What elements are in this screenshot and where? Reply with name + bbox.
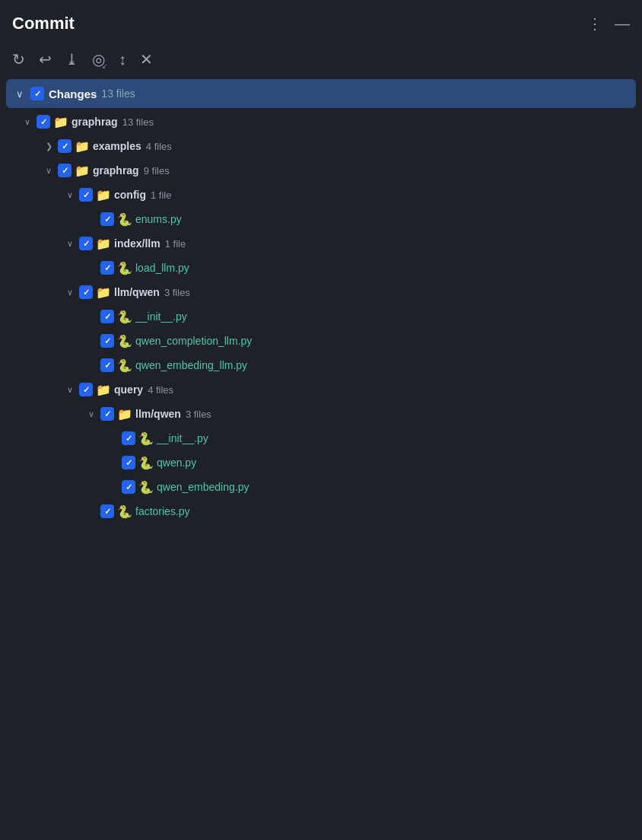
checkbox-llm-qwen[interactable]	[79, 285, 93, 299]
checkbox-load-llm[interactable]	[100, 261, 114, 275]
folder-icon-query-llm-qwen: 📁	[117, 406, 132, 422]
checkbox-init-llm[interactable]	[100, 310, 114, 323]
file-init-py-llm[interactable]: ❯ 🐍 __init__.py	[6, 304, 636, 329]
file-qwen-py[interactable]: ❯ 🐍 qwen.py	[6, 450, 636, 475]
file-qwen-embeding-llm-py[interactable]: ❯ 🐍 qwen_embeding_llm.py	[6, 353, 636, 377]
checkbox-query-llm-qwen[interactable]	[100, 407, 114, 421]
chevron-graphrag-sub: ∨	[43, 164, 55, 177]
file-qwen-embeding-py[interactable]: ❯ 🐍 qwen_embeding.py	[6, 475, 636, 499]
folder-query[interactable]: ∨ 📁 query 4 files	[6, 377, 636, 402]
checkbox-examples[interactable]	[58, 139, 72, 153]
folder-icon-graphrag-sub: 📁	[75, 163, 90, 178]
folder-query-llm-qwen[interactable]: ∨ 📁 llm/qwen 3 files	[6, 402, 636, 426]
checkbox-init-query[interactable]	[122, 431, 135, 445]
folder-count-llm-qwen: 3 files	[164, 287, 190, 298]
checkbox-factories[interactable]	[100, 504, 114, 518]
title-bar-actions: ⋮ —	[587, 14, 630, 33]
chevron-examples: ❯	[43, 140, 55, 152]
changes-count: 13 files	[101, 88, 135, 100]
folder-graphrag-root[interactable]: ∨ 📁 graphrag 13 files	[6, 110, 636, 134]
undo-icon[interactable]: ↩	[39, 50, 52, 68]
folder-count-query: 4 files	[148, 384, 173, 396]
checkbox-index-llm[interactable]	[79, 237, 93, 250]
folder-index-llm[interactable]: ∨ 📁 index/llm 1 file	[6, 231, 636, 256]
chevron-graphrag-root: ∨	[21, 116, 33, 128]
title-bar: Commit ⋮ —	[0, 0, 642, 44]
folder-name-graphrag-root: graphrag	[72, 116, 118, 128]
file-qwen-completion-llm-py[interactable]: ❯ 🐍 qwen_completion_llm.py	[6, 329, 636, 353]
chevron-config: ∨	[64, 189, 76, 201]
folder-examples[interactable]: ❯ 📁 examples 4 files	[6, 134, 636, 158]
file-name-factories: factories.py	[135, 505, 190, 517]
file-name-qwen-embeding-llm: qwen_embeding_llm.py	[135, 359, 247, 371]
folder-llm-qwen[interactable]: ∨ 📁 llm/qwen 3 files	[6, 280, 636, 304]
checkbox-qwen-embeding-llm[interactable]	[100, 358, 114, 372]
file-name-qwen-embeding-py: qwen_embeding.py	[157, 481, 249, 493]
changes-root-row[interactable]: ∨ Changes 13 files	[6, 79, 636, 108]
folder-name-query-llm-qwen: llm/qwen	[135, 408, 181, 420]
folder-count-config: 1 file	[151, 189, 171, 201]
checkbox-qwen-py[interactable]	[122, 456, 135, 469]
eye-icon[interactable]: ◎↙	[92, 50, 105, 68]
chevron-query-llm-qwen: ∨	[85, 408, 97, 420]
changes-label: Changes	[49, 88, 97, 100]
checkbox-qwen-embeding-py[interactable]	[122, 480, 135, 494]
checkbox-qwen-completion[interactable]	[100, 334, 114, 348]
file-name-enums: enums.py	[135, 213, 182, 225]
chevron-query: ∨	[64, 383, 76, 396]
python-icon-qwen-embeding-py: 🐍	[138, 479, 154, 495]
download-icon[interactable]: ⤓	[65, 50, 78, 68]
file-name-qwen-py: qwen.py	[157, 457, 196, 469]
folder-icon-query: 📁	[96, 382, 111, 397]
folder-icon-llm-qwen: 📁	[96, 285, 111, 300]
minimize-icon[interactable]: —	[615, 15, 630, 33]
checkbox-query[interactable]	[79, 383, 93, 396]
folder-count-graphrag-sub: 9 files	[144, 165, 170, 177]
folder-count-index-llm: 1 file	[165, 238, 186, 250]
file-name-init-query: __init__.py	[157, 432, 208, 444]
refresh-icon[interactable]: ↻	[12, 50, 25, 68]
file-tree: ∨ Changes 13 files ∨ 📁 graphrag 13 files…	[0, 79, 642, 523]
folder-config[interactable]: ∨ 📁 config 1 file	[6, 183, 636, 207]
folder-count-query-llm-qwen: 3 files	[186, 409, 211, 420]
file-name-init-llm: __init__.py	[135, 310, 187, 323]
checkbox-enums[interactable]	[100, 212, 114, 226]
folder-name-graphrag-sub: graphrag	[93, 164, 139, 177]
changes-checkbox[interactable]	[30, 87, 44, 100]
folder-name-examples: examples	[93, 140, 141, 152]
file-load-llm-py[interactable]: ❯ 🐍 load_llm.py	[6, 256, 636, 280]
checkbox-config[interactable]	[79, 188, 93, 202]
more-options-icon[interactable]: ⋮	[587, 14, 602, 33]
folder-icon-index-llm: 📁	[96, 236, 111, 251]
close-icon[interactable]: ✕	[140, 50, 153, 68]
file-factories-py[interactable]: ❯ 🐍 factories.py	[6, 499, 636, 523]
file-enums-py[interactable]: ❯ 🐍 enums.py	[6, 207, 636, 231]
file-name-load-llm: load_llm.py	[135, 262, 189, 274]
python-icon-qwen-embeding-llm: 🐍	[117, 358, 132, 373]
python-icon-load-llm: 🐍	[117, 260, 132, 275]
folder-icon-examples: 📁	[75, 138, 90, 154]
folder-name-llm-qwen: llm/qwen	[114, 286, 160, 298]
python-icon-factories: 🐍	[117, 504, 132, 519]
python-icon-init-llm: 🐍	[117, 309, 132, 324]
changes-chevron: ∨	[14, 88, 26, 100]
folder-icon-graphrag-root: 📁	[53, 114, 68, 129]
folder-name-config: config	[114, 189, 146, 201]
python-icon-qwen-py: 🐍	[138, 455, 154, 470]
folder-count-examples: 4 files	[146, 141, 172, 152]
expand-collapse-icon[interactable]: ↕	[119, 51, 126, 68]
folder-count-graphrag-root: 13 files	[122, 116, 154, 128]
checkbox-graphrag-root[interactable]	[37, 115, 50, 129]
python-icon-enums: 🐍	[117, 212, 132, 227]
toolbar: ↻ ↩ ⤓ ◎↙ ↕ ✕	[0, 44, 642, 79]
checkbox-graphrag-sub[interactable]	[58, 164, 72, 177]
folder-graphrag-sub[interactable]: ∨ 📁 graphrag 9 files	[6, 158, 636, 183]
folder-icon-config: 📁	[96, 187, 111, 202]
file-init-py-query[interactable]: ❯ 🐍 __init__.py	[6, 426, 636, 450]
chevron-llm-qwen: ∨	[64, 286, 76, 298]
page-title: Commit	[12, 14, 75, 33]
python-icon-init-query: 🐍	[138, 431, 154, 446]
chevron-index-llm: ∨	[64, 237, 76, 250]
python-icon-qwen-completion: 🐍	[117, 333, 132, 348]
folder-name-index-llm: index/llm	[114, 237, 160, 250]
